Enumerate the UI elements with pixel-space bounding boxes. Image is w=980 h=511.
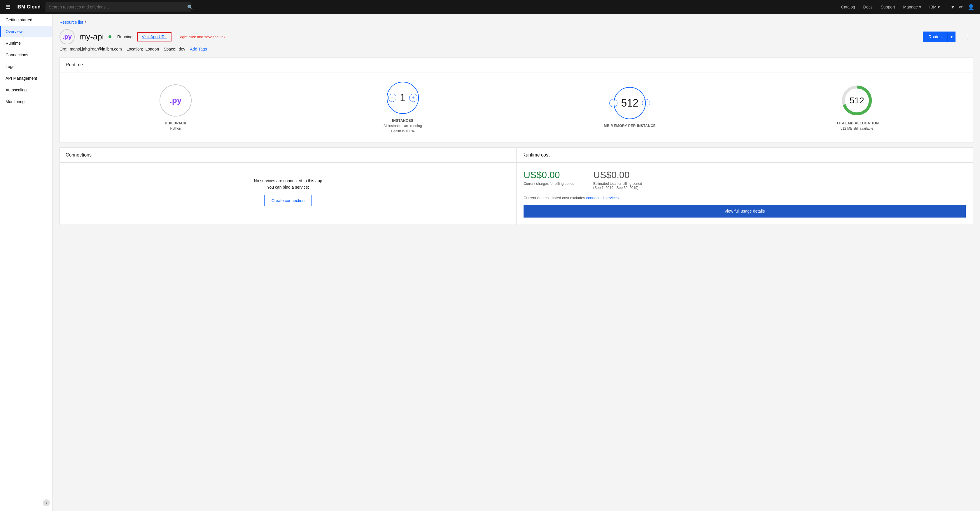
dropdown-icon[interactable]: ▾ (950, 3, 955, 11)
instances-label: INSTANCES (383, 118, 422, 123)
org-value: manoj.jahgirdar@in.ibm.com (70, 47, 122, 51)
billing-period: (Sep 1, 2019 - Sep 30, 2019) (593, 186, 642, 190)
support-link[interactable]: Support (877, 3, 898, 11)
search-icon[interactable]: 🔍 (187, 5, 193, 10)
instances-value: 1 (400, 92, 406, 104)
user-icon[interactable]: 👤 (967, 3, 975, 11)
connections-body: No services are connected to this app Yo… (60, 163, 516, 221)
docs-link[interactable]: Docs (860, 3, 876, 11)
app-meta: Org: manoj.jahgirdar@in.ibm.com Location… (59, 47, 973, 51)
app-header: .py my-api Running Visit App URL Right c… (59, 29, 973, 45)
memory-label-group: MB MEMORY PER INSTANCE (604, 124, 655, 128)
status-dot-icon (108, 35, 111, 38)
hamburger-icon[interactable]: ☰ (5, 3, 12, 11)
runtime-cost-header: Runtime cost (517, 148, 973, 163)
create-connection-button[interactable]: Create connection (264, 195, 312, 206)
routes-dropdown-button[interactable]: ▾ (947, 32, 956, 42)
memory-increment-button[interactable]: + (642, 99, 650, 107)
sidebar-item-logs[interactable]: Logs (0, 61, 52, 72)
location-value: London (145, 47, 159, 51)
instances-sublabel1: All instances are running (383, 124, 422, 128)
breadcrumb-resource-list[interactable]: Resource list (59, 20, 83, 24)
location-label: Location: (127, 47, 143, 51)
total-allocation-metric: 512 TOTAL MB ALLOCATION 512 MB still ava… (747, 85, 967, 131)
search-input[interactable] (46, 2, 191, 12)
main-content: Resource list / .py my-api Running Visit… (52, 14, 980, 511)
bottom-section: Connections No services are connected to… (59, 147, 973, 225)
manage-link[interactable]: Manage ▾ (900, 3, 925, 11)
donut-chart: 512 (841, 85, 873, 117)
sidebar-item-connections[interactable]: Connections (0, 49, 52, 61)
buildpack-label: BUILDPACK Python (165, 121, 186, 131)
runtime-cost-card: Runtime cost US$0.00 Current charges for… (516, 147, 973, 225)
breadcrumb-separator: / (85, 20, 86, 24)
instances-decrement-button[interactable]: − (388, 94, 396, 102)
visit-app-url-button[interactable]: Visit App URL (137, 32, 172, 42)
sidebar-item-runtime[interactable]: Runtime (0, 37, 52, 49)
sidebar-item-getting-started[interactable]: Getting started (0, 14, 52, 26)
cost-row: US$0.00 Current charges for billing peri… (523, 170, 966, 190)
app-logo: .py (59, 29, 75, 45)
breadcrumb: Resource list / (59, 20, 973, 24)
org-label: Org: (59, 47, 67, 51)
sidebar-item-monitoring[interactable]: Monitoring (0, 96, 52, 107)
memory-label: MB MEMORY PER INSTANCE (604, 124, 655, 128)
memory-counter: − 512 + (609, 97, 650, 109)
current-cost-amount: US$0.00 (523, 170, 574, 180)
sidebar-item-autoscaling[interactable]: Autoscaling (0, 84, 52, 96)
memory-value: 512 (621, 97, 638, 109)
runtime-card: Runtime .py BUILDPACK Python − 1 + (59, 57, 973, 143)
memory-metric: − 512 + MB MEMORY PER INSTANCE (520, 87, 740, 128)
buildpack-label-text: BUILDPACK (165, 121, 186, 125)
ibm-link[interactable]: IBM ▾ (926, 3, 943, 11)
app-name: my-api (80, 32, 104, 42)
view-usage-button[interactable]: View full usage details (523, 205, 966, 217)
current-cost-group: US$0.00 Current charges for billing peri… (523, 170, 574, 186)
routes-button-group: Routes ▾ (923, 32, 956, 42)
donut-center-value: 512 (850, 96, 864, 105)
estimated-cost-label: Estimated total for billing period (593, 182, 642, 186)
instances-counter: − 1 + (388, 92, 417, 104)
current-cost-label: Current charges for billing period (523, 182, 574, 186)
memory-decrement-button[interactable]: − (609, 99, 617, 107)
instances-label-group: INSTANCES All instances are running Heal… (383, 118, 422, 133)
instances-sublabel2: Health is 100% (383, 129, 422, 133)
connections-card-header: Connections (60, 148, 516, 163)
runtime-metrics: .py BUILDPACK Python − 1 + INSTANCES (60, 72, 973, 142)
brand-logo: IBM Cloud (16, 5, 41, 10)
connections-card: Connections No services are connected to… (59, 147, 516, 225)
allocation-sublabel: 512 MB still available (835, 126, 879, 131)
cost-note: Current and estimated cost excludes conn… (523, 196, 966, 200)
sidebar-collapse-button[interactable]: ‹ (43, 499, 50, 506)
edit-icon[interactable]: ✏ (958, 3, 964, 11)
instances-circle: − 1 + (387, 82, 419, 114)
app-status: Running (117, 34, 132, 39)
visit-hint-text: Right click and save the link (178, 35, 225, 39)
runtime-cost-body: US$0.00 Current charges for billing peri… (517, 163, 973, 225)
routes-button[interactable]: Routes (923, 32, 947, 42)
topnav-links: Catalog Docs Support Manage ▾ IBM ▾ (837, 3, 943, 11)
cost-divider (584, 170, 584, 190)
sidebar: Getting started Overview Runtime Connect… (0, 14, 52, 511)
connected-services-link[interactable]: connected services (586, 196, 619, 200)
buildpack-circle: .py (159, 85, 192, 117)
allocation-label-group: TOTAL MB ALLOCATION 512 MB still availab… (835, 121, 879, 131)
instances-increment-button[interactable]: + (409, 94, 417, 102)
add-tags-link[interactable]: Add Tags (190, 47, 207, 51)
topnav: ☰ IBM Cloud 🔍 Catalog Docs Support Manag… (0, 0, 980, 14)
space-label: Space: (164, 47, 177, 51)
buildpack-metric: .py BUILDPACK Python (65, 85, 286, 131)
sidebar-item-overview[interactable]: Overview (0, 26, 52, 37)
connections-empty-text: No services are connected to this app Yo… (254, 177, 322, 191)
space-value: dev (179, 47, 186, 51)
runtime-card-header: Runtime (60, 57, 973, 72)
catalog-link[interactable]: Catalog (837, 3, 858, 11)
sidebar-collapse-area: ‹ (0, 499, 52, 506)
more-options-button[interactable]: ⋮ (963, 32, 973, 42)
sidebar-item-api-management[interactable]: API Management (0, 72, 52, 84)
memory-circle: − 512 + (614, 87, 646, 119)
topnav-icons: ▾ ✏ 👤 (950, 3, 975, 11)
buildpack-sublabel: Python (165, 126, 186, 131)
manage-chevron-icon: ▾ (919, 5, 921, 10)
instances-metric: − 1 + INSTANCES All instances are runnin… (293, 82, 513, 133)
